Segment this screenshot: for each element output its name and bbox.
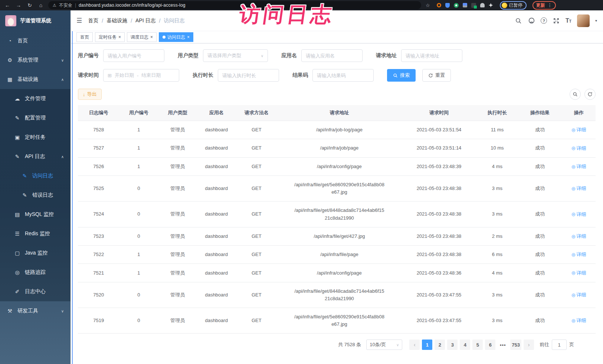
help-icon[interactable]: ?: [541, 17, 547, 24]
table-row: 7524 0 管理员 dashboard GET /api/infra/file…: [78, 201, 596, 227]
tab-access-log[interactable]: 访问日志 ×: [159, 32, 193, 42]
page-button-3[interactable]: 3: [447, 340, 458, 350]
sidebar-item-scheduled-jobs[interactable]: ▣ 定时任务: [0, 128, 71, 147]
duration-input[interactable]: [222, 73, 275, 78]
close-icon[interactable]: ×: [118, 35, 121, 39]
sidebar-item-trace[interactable]: ◎ 链路追踪: [0, 263, 71, 282]
sidebar-item-api-log[interactable]: ✎ API 日志 ∧: [0, 147, 71, 166]
detail-link[interactable]: ◎详细: [571, 291, 586, 299]
extension-icon-green-circle[interactable]: [454, 3, 459, 8]
page-url[interactable]: dashboard.yudao.iocoder.cn/infra/log/api…: [79, 3, 186, 8]
sidebar-item-infrastructure[interactable]: ▦ 基础设施 ∧: [0, 70, 71, 89]
sidebar-item-label: 访问日志: [32, 173, 53, 179]
detail-link[interactable]: ◎详细: [571, 251, 586, 258]
detail-link[interactable]: ◎详细: [571, 145, 586, 152]
page-button-6[interactable]: 6: [485, 340, 495, 350]
extension-icon-dark-badge[interactable]: [471, 3, 476, 8]
page-button-4[interactable]: 4: [460, 340, 470, 350]
sidebar-item-dev-tools[interactable]: ⚒ 研发工具 ∨: [0, 301, 71, 321]
user-id-input[interactable]: [108, 53, 160, 59]
page-ellipsis[interactable]: •••: [498, 340, 508, 350]
extension-icon-blue-gem[interactable]: [463, 3, 467, 7]
sidebar-item-system-management[interactable]: ⚙ 系统管理 ∨: [0, 50, 71, 70]
app-name-input[interactable]: [306, 53, 358, 59]
user-type-select[interactable]: 请选择用户类型 ∨: [203, 49, 268, 62]
browser-back-icon[interactable]: ←: [4, 2, 11, 8]
detail-link[interactable]: ◎详细: [571, 269, 586, 277]
browser-home-icon[interactable]: ⌂: [37, 2, 45, 8]
sidebar-item-java-monitor[interactable]: ▢ Java 监控: [0, 243, 71, 263]
sidebar-item-redis-monitor[interactable]: ☰ Redis 监控: [0, 224, 71, 243]
detail-link[interactable]: ◎详细: [571, 126, 586, 134]
browser-update-button[interactable]: 更新 ⋮: [532, 1, 556, 10]
tab-schedule-log[interactable]: 调度日志 ×: [127, 32, 157, 42]
reset-button[interactable]: 重置: [422, 69, 451, 82]
cell-result: 成功: [518, 308, 562, 334]
bookmark-star-icon[interactable]: ☆: [426, 3, 430, 8]
not-secure-label[interactable]: 不安全: [59, 2, 72, 9]
breadcrumb-infrastructure[interactable]: 基础设施: [106, 17, 127, 24]
detail-link[interactable]: ◎详细: [571, 185, 586, 192]
sidebar-item-config-management[interactable]: ✎ 配置管理: [0, 108, 71, 128]
page-size-select[interactable]: 10条/页 ∨: [366, 340, 402, 350]
kebab-menu-icon[interactable]: ⋮: [548, 3, 552, 8]
cell-duration: 10 ms: [476, 139, 518, 157]
detail-link[interactable]: ◎详细: [571, 317, 586, 324]
github-icon[interactable]: [528, 17, 535, 24]
profile-paused-pill[interactable]: 已暂停: [500, 1, 527, 10]
detail-link[interactable]: ◎详细: [571, 163, 586, 170]
page-button-1[interactable]: 1: [422, 340, 432, 350]
user-avatar[interactable]: [577, 14, 590, 27]
breadcrumb-api-log[interactable]: API 日志: [135, 17, 155, 24]
result-code-input[interactable]: [317, 73, 369, 78]
sidebar-item-mysql-monitor[interactable]: ▤ MySQL 监控: [0, 205, 71, 224]
sidebar-item-access-log[interactable]: ✎ 访问日志: [0, 166, 71, 186]
sidebar-item-error-log[interactable]: ✎ 错误日志: [0, 186, 71, 205]
address-bar[interactable]: ⚠ 不安全 | dashboard.yudao.iocoder.cn/infra…: [48, 1, 421, 9]
extension-icon-orange-ring[interactable]: [437, 3, 441, 7]
close-icon[interactable]: ×: [187, 35, 190, 39]
next-page-button[interactable]: ›: [524, 340, 534, 350]
close-icon[interactable]: ×: [150, 35, 153, 39]
edit-icon: ✎: [14, 115, 20, 121]
extension-icon-gray-figure[interactable]: [480, 3, 485, 7]
sidebar-item-home[interactable]: ◔ 首页: [0, 31, 71, 50]
caret-down-icon[interactable]: ▾: [595, 19, 597, 23]
goto-page-input[interactable]: [552, 340, 567, 350]
toggle-search-button[interactable]: [570, 89, 581, 100]
table-header-row: 日志编号 用户编号 用户类型 应用名 请求方法名 请求地址 请求时间 执行时长 …: [78, 105, 596, 121]
col-request-url: 请求地址: [277, 105, 402, 121]
cell-result: 成功: [518, 264, 562, 282]
cell-user-type: 管理员: [158, 139, 197, 157]
sidebar-item-file-management[interactable]: ☁ 文件管理: [0, 89, 71, 108]
sidebar-item-label: 错误日志: [32, 192, 53, 199]
cell-time: 2021-05-03 23:51:54: [402, 121, 476, 139]
search-button[interactable]: 搜索: [387, 69, 416, 82]
page-button-5[interactable]: 5: [472, 340, 483, 350]
app-name-input-wrap: [301, 49, 363, 62]
tab-home[interactable]: 首页: [76, 32, 93, 42]
hamburger-icon[interactable]: ☰: [76, 17, 82, 24]
export-button[interactable]: ↓ 导出: [78, 89, 102, 100]
browser-forward-icon[interactable]: →: [15, 2, 22, 8]
request-time-daterange[interactable]: ⊞ 开始日期 - 结束日期: [103, 69, 179, 82]
prev-page-button[interactable]: ‹: [409, 340, 420, 350]
extension-icon-blue-shield[interactable]: [445, 3, 450, 8]
chevron-down-icon: ∨: [261, 54, 263, 58]
cell-app: dashboard: [197, 282, 236, 308]
detail-link[interactable]: ◎详细: [571, 211, 586, 218]
page-button-2[interactable]: 2: [435, 340, 445, 350]
font-size-icon[interactable]: TT: [566, 18, 571, 24]
search-icon[interactable]: [515, 17, 522, 24]
tab-scheduled-jobs[interactable]: 定时任务 ×: [95, 32, 125, 42]
request-url-input[interactable]: [406, 53, 458, 59]
detail-link[interactable]: ◎详细: [571, 233, 586, 240]
cell-method: GET: [236, 201, 277, 227]
breadcrumb-home[interactable]: 首页: [88, 17, 98, 24]
sidebar-item-log-center[interactable]: ✐ 日志中心: [0, 282, 71, 301]
page-button-last[interactable]: 753: [510, 340, 521, 350]
fullscreen-icon[interactable]: [553, 17, 560, 24]
browser-reload-icon[interactable]: ↻: [26, 2, 33, 8]
extension-icon-white-pinwheel[interactable]: [489, 3, 493, 7]
refresh-button[interactable]: [584, 89, 596, 100]
